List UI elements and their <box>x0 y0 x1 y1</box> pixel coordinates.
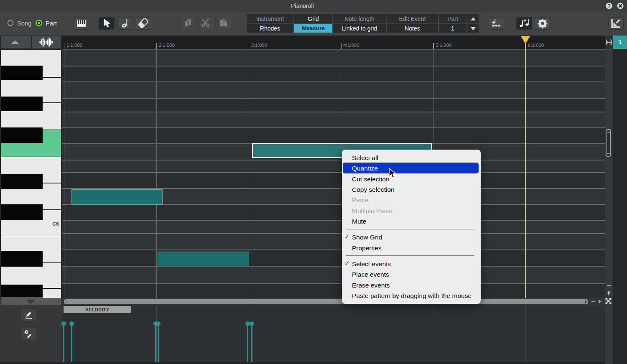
svg-text:?: ? <box>607 3 611 9</box>
